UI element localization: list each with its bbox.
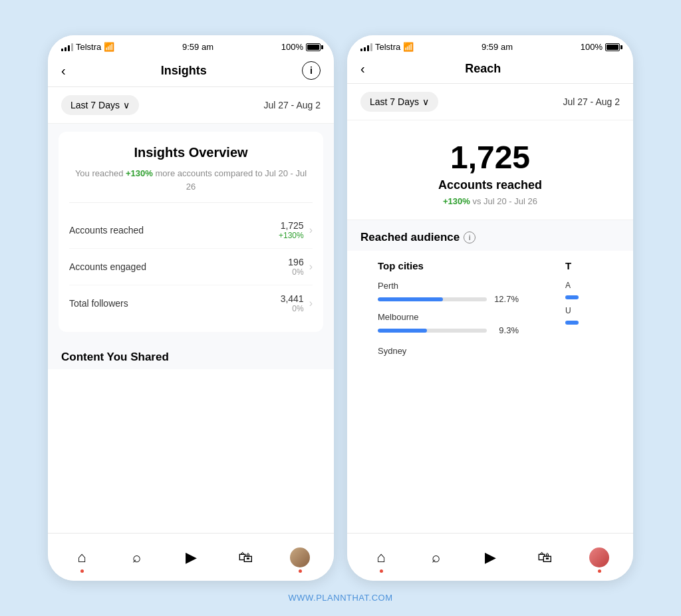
tab-dot-home-right: [380, 569, 383, 573]
reached-audience-section: Reached audience i: [347, 220, 633, 251]
footer-url: WWW.PLANNTHAT.COM: [288, 593, 392, 603]
metric-value-followers: 3,441: [281, 293, 304, 304]
city-bar-track-perth: [378, 297, 487, 301]
partial-line-a: A: [565, 281, 587, 290]
avatar-left: [290, 547, 310, 567]
city-bar-row-melbourne: 9.3%: [378, 325, 519, 335]
status-left: Telstra 📶: [61, 42, 114, 52]
reels-icon-right: ▶: [485, 549, 496, 566]
overview-subtitle: You reached +130% more accounts compared…: [69, 167, 313, 193]
tab-home-right[interactable]: ⌂: [354, 534, 408, 581]
status-bar-left: Telstra 📶 9:59 am 100%: [48, 35, 334, 56]
tab-bar-right: ⌂ ⌕ ▶ 🛍: [347, 533, 633, 581]
phone-content-left: Insights Overview You reached +130% more…: [48, 124, 334, 369]
subtitle-suffix: more accounts compared to Jul 20 - Jul 2…: [153, 168, 307, 192]
info-icon-reached[interactable]: i: [464, 231, 476, 243]
signal-icon-right: [360, 43, 372, 51]
time-label-right: 9:59 am: [481, 42, 513, 52]
nav-bar-right: ‹ Reach: [347, 56, 633, 84]
city-row-melbourne: Melbourne 9.3%: [378, 312, 519, 335]
metric-value-row-reached: 1,725 +130% ›: [279, 220, 313, 240]
info-button-left[interactable]: i: [302, 61, 321, 80]
date-filter-button-right[interactable]: Last 7 Days ∨: [360, 92, 438, 112]
metric-label-followers: Total followers: [69, 298, 128, 309]
city-percent-melbourne: 9.3%: [492, 325, 519, 335]
subtitle-highlight: +130%: [126, 168, 153, 178]
reach-number: 1,725: [358, 139, 622, 176]
shop-icon-left: 🛍: [238, 549, 253, 566]
tab-dot-profile-right: [598, 569, 601, 573]
tab-home-left[interactable]: ⌂: [55, 534, 109, 581]
avatar-right: [589, 547, 609, 567]
tab-dot-profile-left: [299, 569, 302, 573]
chevron-down-icon-left: ∨: [123, 100, 130, 110]
reach-change-suffix: vs Jul 20 - Jul 26: [470, 196, 537, 206]
top-cities-title: Top cities: [378, 260, 519, 271]
city-name-melbourne: Melbourne: [378, 312, 519, 322]
metric-label-engaged: Accounts engaged: [69, 261, 146, 272]
metric-value-group-reached: 1,725 +130%: [279, 220, 304, 240]
tab-profile-right[interactable]: [572, 534, 626, 581]
reels-icon-left: ▶: [186, 549, 197, 566]
date-filter-label-right: Last 7 Days: [370, 96, 419, 107]
tab-search-right[interactable]: ⌕: [408, 534, 463, 581]
page-title-left: Insights: [161, 64, 207, 78]
metric-change-reached: +130%: [279, 231, 304, 240]
search-icon-right: ⌕: [432, 549, 440, 566]
overview-title: Insights Overview: [69, 145, 313, 160]
chevron-right-icon-reached: ›: [309, 224, 313, 236]
page-title-right: Reach: [465, 62, 501, 76]
partial-bar-a: [565, 295, 579, 299]
city-percent-perth: 12.7%: [492, 294, 519, 304]
home-icon-right: ⌂: [376, 549, 385, 566]
partial-card-title: T: [565, 260, 587, 271]
metric-change-engaged: 0%: [292, 267, 303, 277]
reach-change-percent: +130%: [443, 196, 470, 206]
date-range-left: Jul 27 - Aug 2: [263, 100, 321, 110]
tab-shop-left[interactable]: 🛍: [218, 534, 273, 581]
chevron-right-icon-engaged: ›: [309, 261, 313, 273]
city-row-sydney-partial: Sydney: [378, 343, 519, 356]
right-phone: Telstra 📶 9:59 am 100% ‹ Reach Last 7 Da…: [347, 35, 633, 581]
info-label-left: i: [310, 65, 313, 76]
search-icon-left: ⌕: [132, 549, 141, 566]
content-section-header: Content You Shared: [48, 340, 334, 369]
battery-icon: [306, 43, 321, 51]
top-cities-card: Top cities Perth 12.7% Melbourne: [368, 251, 528, 365]
left-phone: Telstra 📶 9:59 am 100% ‹ Insights i Last…: [48, 35, 334, 581]
reach-change: +130% vs Jul 20 - Jul 26: [358, 196, 622, 206]
battery-percent-right: 100%: [581, 42, 603, 52]
date-filter-button-left[interactable]: Last 7 Days ∨: [61, 95, 139, 115]
partial-card-right: T A U: [556, 251, 596, 365]
city-name-perth: Perth: [378, 281, 519, 291]
metric-value-engaged: 196: [288, 257, 303, 267]
date-filter-row-left: Last 7 Days ∨ Jul 27 - Aug 2: [48, 87, 334, 124]
battery-group-right: 100%: [581, 42, 620, 52]
insights-overview-card: Insights Overview You reached +130% more…: [59, 132, 323, 332]
carrier-label: Telstra: [76, 42, 101, 52]
reach-top-section: 1,725 Accounts reached +130% vs Jul 20 -…: [347, 120, 633, 220]
partial-bar-u: [565, 321, 579, 325]
reach-label: Accounts reached: [358, 178, 622, 192]
signal-icon: [61, 43, 73, 51]
metric-change-followers: 0%: [292, 304, 303, 313]
metric-row-reached[interactable]: Accounts reached 1,725 +130% ›: [69, 212, 313, 249]
tab-search-left[interactable]: ⌕: [109, 534, 164, 581]
status-bar-right: Telstra 📶 9:59 am 100%: [347, 35, 633, 56]
partial-card-content: A U: [565, 281, 587, 325]
city-row-perth: Perth 12.7%: [378, 281, 519, 304]
carrier-label-right: Telstra: [375, 42, 400, 52]
tab-reels-left[interactable]: ▶: [164, 534, 218, 581]
back-button-right[interactable]: ‹: [360, 61, 365, 77]
city-bar-row-perth: 12.7%: [378, 294, 519, 304]
tab-reels-right[interactable]: ▶: [463, 534, 517, 581]
metric-value-group-followers: 3,441 0%: [281, 293, 304, 313]
date-range-right: Jul 27 - Aug 2: [563, 96, 620, 107]
back-button-left[interactable]: ‹: [61, 63, 66, 78]
metric-row-engaged[interactable]: Accounts engaged 196 0% ›: [69, 249, 313, 285]
metric-row-followers[interactable]: Total followers 3,441 0% ›: [69, 285, 313, 321]
tab-shop-right[interactable]: 🛍: [517, 534, 572, 581]
time-label: 9:59 am: [182, 42, 213, 52]
tab-profile-left[interactable]: [273, 534, 327, 581]
battery-group: 100%: [281, 42, 321, 52]
